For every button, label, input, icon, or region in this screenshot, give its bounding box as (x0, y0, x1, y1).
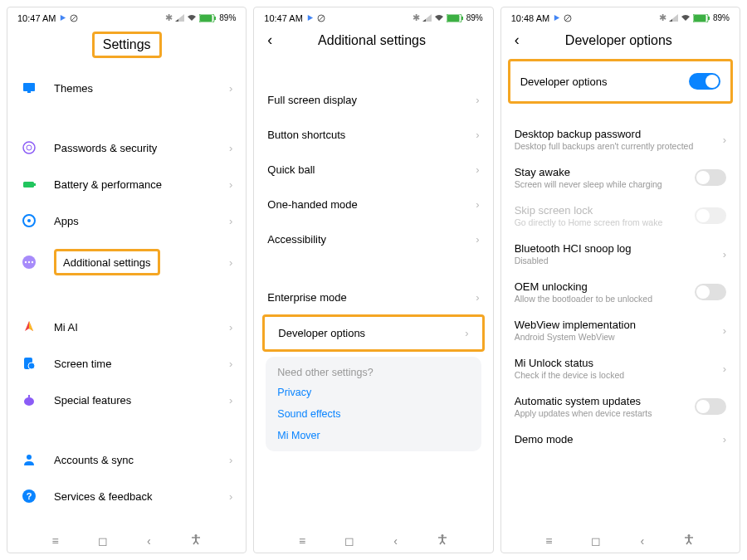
play-icon (306, 14, 314, 22)
status-left: 10:47 AM (264, 13, 325, 23)
wifi-icon (434, 14, 444, 22)
nav-back[interactable]: ‹ (393, 534, 398, 548)
phone-additional-settings: 10:47 AM ✱ 89% ‹ Additional settings Ful… (253, 7, 493, 553)
row-oem-unlocking[interactable]: OEM unlockingAllow the bootloader to be … (501, 273, 740, 311)
toggle-oem-unlocking[interactable] (695, 284, 726, 300)
row-developer-options-toggle[interactable]: Developer options (508, 59, 733, 104)
svg-rect-13 (34, 183, 36, 186)
row-label: WebView implementation (515, 319, 723, 331)
chevron-right-icon: › (229, 82, 232, 95)
toggle-stay-awake[interactable] (695, 169, 726, 186)
row-battery-performance[interactable]: Battery & performance › (7, 166, 246, 202)
nav-accessibility[interactable] (437, 533, 448, 548)
svg-rect-25 (28, 395, 30, 397)
row-label: Mi AI (54, 321, 229, 334)
row-label: Quick ball (267, 163, 476, 176)
row-accessibility[interactable]: Accessibility › (254, 222, 492, 256)
row-label: Skip screen lock (515, 204, 695, 217)
status-left: 10:47 AM (17, 13, 78, 23)
toggle-automatic-system-updates[interactable] (695, 398, 726, 415)
row-stay-awake[interactable]: Stay awakeScreen will never sleep while … (501, 158, 740, 197)
row-webview-implementation[interactable]: WebView implementationAndroid System Web… (501, 311, 740, 349)
chevron-right-icon: › (465, 327, 468, 339)
link-mi-mover[interactable]: Mi Mover (277, 430, 469, 441)
nav-home[interactable]: ◻ (98, 534, 108, 548)
row-enterprise-mode[interactable]: Enterprise mode › (254, 280, 492, 314)
status-right: ✱ 89% (413, 12, 483, 23)
row-sub: Check if the device is locked (515, 370, 723, 380)
chevron-right-icon: › (229, 142, 232, 154)
page-title: Developer options (511, 33, 726, 48)
row-special-features[interactable]: Special features › (7, 382, 246, 418)
chevron-right-icon: › (229, 178, 232, 191)
link-privacy[interactable]: Privacy (277, 387, 469, 398)
row-demo-mode[interactable]: Demo mode › (501, 426, 740, 453)
nav-back[interactable]: ‹ (147, 534, 151, 548)
svg-line-33 (196, 541, 198, 544)
row-mi-unlock-status[interactable]: Mi Unlock statusCheck if the device is l… (501, 349, 740, 387)
play-icon (553, 14, 560, 22)
svg-point-55 (688, 534, 691, 537)
row-button-shortcuts[interactable]: Button shortcuts › (254, 117, 492, 152)
row-additional-settings[interactable]: Additional settings › (7, 239, 246, 285)
row-label: Special features (54, 394, 229, 407)
page-title: Settings (92, 32, 162, 58)
nav-back[interactable]: ‹ (641, 534, 645, 548)
row-desktop-backup-password[interactable]: Desktop backup passwordDesktop full back… (501, 120, 740, 158)
row-sub: Android System WebView (515, 332, 723, 342)
svg-point-23 (28, 363, 35, 369)
row-accounts-sync[interactable]: Accounts & sync › (7, 441, 246, 478)
svg-point-10 (23, 142, 35, 153)
row-sub: Screen will never sleep while charging (515, 179, 695, 189)
chevron-right-icon: › (229, 256, 232, 269)
row-themes[interactable]: Themes › (7, 70, 246, 106)
battery-performance-icon (21, 176, 37, 192)
svg-point-11 (27, 145, 32, 150)
wifi-icon (187, 14, 197, 22)
chevron-right-icon: › (229, 490, 232, 503)
mi-ai-icon (21, 319, 37, 335)
row-developer-options[interactable]: Developer options › (262, 314, 484, 352)
chevron-right-icon: › (476, 198, 479, 211)
row-automatic-system-updates[interactable]: Automatic system updatesApply updates wh… (501, 387, 740, 426)
row-skip-screen-lock: Skip screen lockGo directly to Home scre… (501, 197, 740, 235)
svg-rect-7 (214, 17, 216, 20)
nav-menu[interactable]: ≡ (299, 534, 305, 548)
row-bluetooth-hci-snoop[interactable]: Bluetooth HCI snoop logDisabled › (501, 235, 740, 273)
nav-home[interactable]: ◻ (591, 534, 601, 548)
status-right: ✱ 89% (165, 12, 236, 23)
status-bar: 10:48 AM ✱ 89% (501, 7, 740, 25)
status-left: 10:48 AM (511, 13, 572, 23)
row-apps[interactable]: Apps › (7, 202, 246, 239)
nav-accessibility[interactable] (190, 533, 202, 548)
svg-rect-40 (447, 15, 460, 22)
link-sound-effects[interactable]: Sound effects (277, 408, 469, 420)
row-passwords-security[interactable]: Passwords & security › (7, 129, 246, 166)
chevron-right-icon: › (723, 363, 726, 375)
svg-marker-21 (29, 321, 33, 331)
nav-menu[interactable]: ≡ (52, 534, 59, 548)
nav-menu[interactable]: ≡ (545, 534, 552, 548)
other-heading: Need other settings? (277, 367, 469, 378)
row-quick-ball[interactable]: Quick ball › (254, 152, 492, 187)
phone-settings: 10:47 AM ✱ 89% Settings Themes › Passwor… (7, 7, 247, 553)
nav-accessibility[interactable] (683, 533, 695, 548)
row-sub: Go directly to Home screen from wake (515, 217, 695, 227)
bluetooth-icon: ✱ (413, 12, 420, 23)
row-mi-ai[interactable]: Mi AI › (7, 309, 246, 345)
row-services-feedback[interactable]: ? Services & feedback › (7, 478, 246, 514)
toggle-developer-options[interactable] (689, 73, 720, 90)
row-one-handed-mode[interactable]: One-handed mode › (254, 187, 492, 222)
signal-icon (422, 14, 432, 22)
svg-line-49 (565, 16, 570, 21)
wifi-icon (681, 14, 691, 22)
status-bar: 10:47 AM ✱ 89% (7, 7, 246, 25)
battery-icon (447, 14, 463, 22)
nav-home[interactable]: ◻ (344, 534, 354, 548)
svg-rect-54 (708, 17, 710, 20)
signal-icon (669, 14, 678, 22)
row-full-screen-display[interactable]: Full screen display › (254, 82, 492, 117)
row-label: Enterprise mode (267, 291, 476, 304)
row-screen-time[interactable]: Screen time › (7, 345, 246, 382)
svg-line-36 (319, 16, 324, 21)
